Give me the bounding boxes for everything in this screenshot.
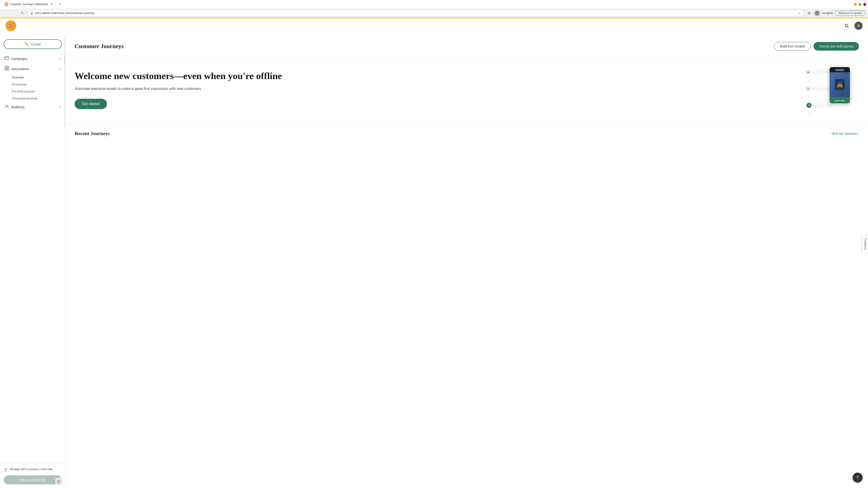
svg-line-7 [848,26,849,28]
address-bar[interactable]: 🔒 us21.admin.mailchimp.com/customer-jour… [27,10,804,17]
nav-section: Campaigns ▾ Automations ▴ Overview All j… [0,54,65,112]
step-line-5 [811,105,821,106]
phone-cta-text: SHOP NOW [835,100,845,102]
svg-rect-15 [57,480,59,483]
phone-screen: TANDU 👜 SHOP NOW [830,67,850,103]
user-avatar[interactable]: S [855,22,863,30]
browser-toolbar: ← → ↻ 🔒 us21.admin.mailchimp.com/custome… [0,8,868,18]
browser-tab[interactable]: M Customer Journeys | Mailchimp ✕ [2,1,56,8]
phone-header: TANDU [830,67,850,72]
sidebar-subitem-overview[interactable]: Overview [0,74,65,81]
browser-titlebar: M Customer Journeys | Mailchimp ✕ + ⧉ [0,0,868,8]
page-title: Customer Journeys [74,43,124,50]
feedback-label: Feedback [864,238,867,250]
scrollbar-thumb [64,55,65,64]
back-button[interactable]: ← [3,10,9,16]
play-icon: ▶ [807,70,810,74]
svg-rect-11 [7,66,9,68]
new-tab-button[interactable]: + [57,1,63,7]
app-header: 🐒 S [0,19,868,33]
pre-built-label: Pre-built journeys [12,90,35,93]
svg-rect-8 [5,57,9,60]
automations-label: Automations [11,67,57,71]
main-content: Customer Journeys Build from scratch Cho… [66,19,868,488]
email-icon: ✉ [807,87,810,91]
free-trial-button[interactable]: Start your free trial [4,475,62,484]
phone-brand-text: TANDU [835,69,844,71]
trial-info: ⏱ 89 days left to access a free trial. [4,467,62,473]
trial-suffix: to access a free trial. [25,467,53,471]
content-header: Customer Journeys Build from scratch Cho… [66,37,868,56]
campaigns-icon [4,56,9,61]
svg-rect-12 [5,68,6,70]
window-controls: ⧉ [854,3,866,6]
build-from-scratch-button[interactable]: Build from scratch [774,42,811,51]
audience-icon [4,104,9,110]
forward-button[interactable]: → [11,10,17,16]
automations-chevron-icon: ▴ [59,67,61,70]
hero-title: Welcome new customers—even when you're o… [74,70,791,82]
campaigns-chevron-icon: ▾ [59,57,61,60]
maximize-button[interactable]: ⧉ [859,3,862,6]
view-my-journeys-text: View My Journeys [831,132,857,135]
minimize-button[interactable] [854,3,857,6]
sidebar-collapse-button[interactable] [55,478,63,485]
tab-close-icon[interactable]: ✕ [50,2,53,6]
view-my-journeys-link[interactable]: View My Journeys › [831,132,859,135]
step-line-6 [823,105,832,106]
svg-text:🐒: 🐒 [8,23,13,28]
extensions-button[interactable]: ⊞ [806,10,812,16]
sidebar-subitem-all-journeys[interactable]: All journeys [0,81,65,88]
trial-days: 89 days left [10,467,25,471]
close-window-button[interactable] [863,3,866,6]
tab-title: Customer Journeys | Mailchimp [10,3,48,6]
incognito-icon: 🕵 [814,10,820,16]
svg-point-6 [845,24,848,27]
hero-subtitle: Automate welcome emails to make a great … [74,86,791,92]
tab-favicon: M [4,2,8,6]
lock-icon: 🔒 [30,11,33,15]
header-actions: Build from scratch Choose pre-built jour… [774,42,859,51]
connector-1 [809,79,809,82]
hero-section: Welcome new customers—even when you're o… [66,56,868,123]
app-layout: ✏️ Create Campaigns ▾ Automations ▴ Over… [0,19,868,488]
get-started-button[interactable]: Get started [74,99,107,109]
connector-3 [809,112,809,116]
sidebar-subitem-transactional[interactable]: Transactional email [0,95,65,102]
sidebar-item-automations[interactable]: Automations ▴ [0,64,65,74]
recent-header: Recent Journeys View My Journeys › [74,131,859,136]
help-button[interactable]: ? [852,473,863,483]
svg-rect-16 [59,480,61,483]
sidebar-item-campaigns[interactable]: Campaigns ▾ [0,54,65,64]
bag-icon: 👜 [835,79,845,90]
toolbar-right: ⊞ 🕵 Incognito Relaunch to update [806,10,865,16]
create-button[interactable]: ✏️ Create [4,39,62,49]
sidebar-subitem-pre-built[interactable]: Pre-built journeys [0,88,65,95]
header-search-button[interactable] [843,22,851,30]
hero-content: Welcome new customers—even when you're o… [74,70,791,109]
all-journeys-label: All journeys [12,83,27,86]
scrollbar[interactable] [64,37,65,127]
bookmark-icon[interactable]: ☆ [798,11,801,15]
incognito-label: Incognito [822,11,833,15]
phone-footer: SHOP NOW [830,97,850,103]
trial-text: 89 days left to access a free trial. [10,467,53,471]
url-text: us21.admin.mailchimp.com/customer-journe… [35,11,797,15]
reload-button[interactable]: ↻ [19,10,25,16]
browser-chrome: M Customer Journeys | Mailchimp ✕ + ⧉ ← … [0,0,868,19]
header-right: S [843,22,863,30]
mailchimp-logo: 🐒 [5,20,16,31]
illustration-container: ▶ ✉ 👤 [805,67,850,112]
phone-image: 👜 [830,72,850,97]
relaunch-button[interactable]: Relaunch to update [835,10,865,16]
automations-icon [4,66,9,72]
svg-text:M: M [5,3,7,5]
feedback-tab[interactable]: Feedback [862,235,868,253]
sidebar: ✏️ Create Campaigns ▾ Automations ▴ Over… [0,19,66,488]
svg-text:🕵: 🕵 [816,12,819,15]
choose-prebuilt-button[interactable]: Choose pre-built journey [813,42,859,51]
svg-rect-13 [7,68,9,70]
overview-label: Overview [12,76,24,79]
sidebar-item-audience[interactable]: Audience ▾ [0,102,65,112]
connector-2 [809,96,809,99]
